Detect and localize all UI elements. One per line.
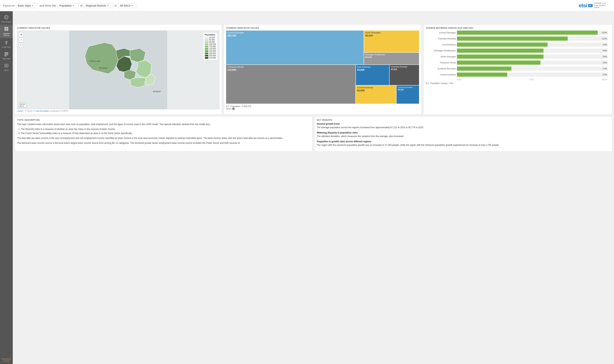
basic-stats-dropdown[interactable]: Basic Stats [16,3,38,8]
brand-etsi: etsi [579,3,587,9]
map-card-title: CURRENT INDICATOR VALUES [17,27,219,29]
bar-value: 9.0% [603,44,607,46]
entire-region-icon [4,15,9,21]
bar-value: 8.3% [603,62,607,64]
bar-track: 14.0% [457,31,608,35]
svg-rect-9 [4,52,8,53]
svg-rect-4 [7,27,8,29]
treemap-card: CURRENT INDICATOR VALUES Central Okanaga… [224,24,422,115]
barchart-card: CHANGE BETWEEN CENSUS 2016 AND 2021 Cent… [423,24,612,115]
bar-row[interactable]: Central Kootenay 5.0% [428,73,608,77]
population-dropdown[interactable]: Population [58,3,79,8]
focus-label: Focus on [3,4,15,7]
sidebar-item-about[interactable]: About [0,62,13,73]
bar-track: 11.0% [457,37,608,41]
map-controls: + − ⛶ [19,32,24,48]
svg-point-8 [6,42,7,42]
osm-link[interactable]: © OpenStreetMap [34,110,49,112]
bar-row[interactable]: Central Okanagan 14.0% [428,31,608,35]
map-svg: Kamloops Iliams Lake Kalispell [17,31,219,109]
bar-track: 5.0% [457,73,608,77]
bar-fill [457,61,540,65]
bar-label: Central Kootenay [428,74,456,76]
svg-rect-11 [4,54,8,55]
legend-item: 220,000 [205,57,216,59]
svg-rect-5 [4,29,6,31]
svg-text:Iliams Lake: Iliams Lake [91,60,100,62]
topbar: Focus on Basic Stats and show the Popula… [0,0,614,11]
insight-text: The standard deviation, which measures t… [317,135,610,138]
bar-fill [457,42,547,47]
brand-tagline: Economic Trustof the Southern Interior [594,2,611,9]
bar-track: 8.6% [457,54,608,59]
insight-text: The average population across the region… [317,126,610,129]
zoom-in-button[interactable]: + [19,32,24,37]
focus-controls: Focus on Basic Stats and show the Popula… [3,3,579,8]
insights-container: General growth trend The average populat… [317,123,610,147]
bar-fill [457,66,511,71]
bar-value: 14.0% [602,32,607,34]
bar-chart-area: Central Okanagan 14.0% Columbia-Shuswap … [426,31,610,81]
zoom-out-button[interactable]: − [19,38,24,42]
treemap-tile-east-kootenay[interactable]: East Kootenay 65,896 [356,65,389,85]
insight-item: Disparities in growth rates across diffe… [317,140,610,147]
leaflet-link[interactable]: Leaflet [17,110,23,112]
bar-row[interactable]: Thompson-Nicola 8.3% [428,61,608,65]
topic-list-item-2: The Forest Sector Vulnerability Index is… [21,131,310,135]
svg-rect-10 [4,53,8,54]
legend-item: 180,000 [205,52,216,54]
bar-value: 8.6% [603,50,607,52]
treemap-tile-columbia-shuswap[interactable]: Columbia-Shuswap 57,021 [390,65,419,85]
map-container[interactable]: Kamloops Iliams Lake Kalispell + − ⛶ Pop… [17,31,219,109]
sidebar-item-regional-districts[interactable]: Regional Districts [0,25,13,38]
bar-rows-container: Central Okanagan 14.0% Columbia-Shuswap … [428,31,608,77]
treemap-tile-okanagan-similkameen[interactable]: Okanagan-Similkameen 90,178 [364,53,419,65]
in-label: in [115,4,117,7]
legend-item: 200,000 [205,54,216,57]
topic-para2: The total after-tax basic income is the … [17,136,310,140]
treemap-tile-central-kootenay[interactable]: Central Kootenay 62,509 [356,85,396,104]
fullscreen-button[interactable]: ⛶ [19,43,24,48]
chart-footer: B.C. Population change: 7.6% [426,82,610,84]
bar-row[interactable]: Columbia-Shuswap 11.0% [428,37,608,41]
svg-point-22 [153,91,154,92]
notes-link[interactable]: Notes i [226,107,419,110]
brand-bc: BC [588,4,593,7]
sidebar-entire-region-label: Entire Region [1,21,12,23]
topic-para1: This topic contains basic information ab… [17,123,310,126]
bar-row[interactable]: North Okanagan 8.6% [428,54,608,59]
raw-data-icon [4,52,9,57]
treemap-tile-north-okanagan[interactable]: North Okanagan 91,610 [364,31,419,52]
bar-fill [457,49,544,53]
bar-label: Columbia-Shuswap [428,38,456,40]
top-cards-row: CURRENT INDICATOR VALUES [15,24,612,115]
sidebar-item-local-areas[interactable]: Local Areas [0,38,13,50]
bar-row[interactable]: Kootenay Boundary 5.4% [428,66,608,71]
legend-item: 100,000 [205,43,216,45]
sidebar-local-areas-label: Local Areas [2,46,11,48]
topic-para3-italic: The dominant basic income source [17,142,52,144]
treemap-tile-thompson-nicola[interactable]: Thompson-Nicola 143,680 [226,65,355,104]
main-content: CURRENT INDICATOR VALUES [13,23,614,153]
legend-item: 120,000 [205,46,216,48]
map-footer: Leaflet | © CityViz, © OpenStreetMap con… [17,110,219,112]
bar-track: 8.3% [457,61,608,65]
bar-row[interactable]: Okanagan-Similkameen 8.6% [428,49,608,53]
bar-row[interactable]: East Kootenay 9.0% [428,42,608,47]
regional-districts-dropdown[interactable]: Regional Districts [84,3,113,8]
bar-fill [457,31,598,35]
sidebar-item-entire-region[interactable]: Entire Region [0,13,13,25]
legend-item: 40,000 [205,37,216,39]
bar-value: 11.0% [602,38,607,40]
topic-list-item-1: The Diversity Index is a measure of whet… [21,128,310,131]
insight-item: General growth trend The average populat… [317,123,610,129]
treemap-tile-central-okanagan[interactable]: Central Okanagan 222,162 [226,31,364,65]
sidebar-item-raw-data[interactable]: Raw Data [0,50,13,62]
region-central-kootenay[interactable] [130,78,146,88]
insight-text: The region with the maximum population g… [317,143,610,147]
treemap-footer: B.C. Population : 5,000,879 Notes i [226,105,419,110]
treemap-tile-kootenay-boundary[interactable]: Kootenay Boundary 33,152 [396,85,419,104]
map-card: CURRENT INDICATOR VALUES [15,24,222,115]
topic-text: This topic contains basic information ab… [17,123,310,145]
all-racs-dropdown[interactable]: All RACs [118,3,137,8]
